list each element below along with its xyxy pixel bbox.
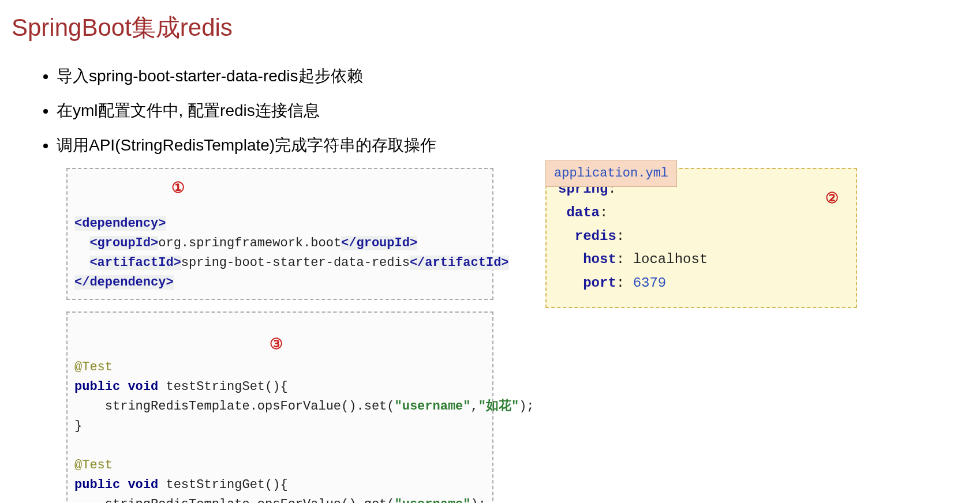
left-column: ① <dependency> <groupId>org.springframew… [66,168,493,503]
yml-line: redis: [558,225,844,249]
yml-value: 6379 [633,275,667,291]
method-name: testStringGet(){ [166,478,287,492]
dependency-code-box: ① <dependency> <groupId>org.springframew… [66,168,493,300]
yml-line: port: 6379 [558,272,844,295]
yml-filename-tab: application.yml [545,160,677,187]
code-line: stringRedisTemplate.opsForValue().get( [74,497,395,503]
string-literal: "如花" [478,399,519,414]
brace: } [74,419,82,433]
bullet-item: 在yml配置文件中, 配置redis连接信息 [57,99,968,123]
yml-colon: : [616,228,624,244]
bullet-item: 调用API(StringRedisTemplate)完成字符串的存取操作 [57,133,968,157]
test-code-box: ③ @Test public void testStringSet(){ str… [66,311,493,503]
bullet-list: 导入spring-boot-starter-data-redis起步依赖 在ym… [57,64,968,157]
content-row: ① <dependency> <groupId>org.springframew… [66,168,968,503]
circled-two-icon: ② [825,186,839,212]
code-suffix: ); [519,399,534,414]
xml-text: org.springframework.boot [158,236,341,250]
keyword: void [128,380,158,394]
xml-tag: </groupId> [341,236,417,250]
circled-one-icon: ① [171,177,185,200]
yml-config-box: ② application.yml spring: data: redis: h… [545,168,857,308]
yml-key: port [583,275,616,291]
keyword: public [74,478,120,492]
yml-colon: : [616,275,633,291]
annotation: @Test [74,458,113,472]
xml-tag: </dependency> [74,275,174,290]
code-suffix: ); [471,497,486,503]
xml-tag: </artifactId> [410,256,509,270]
yml-line: data: [558,201,844,225]
page-title: SpringBoot集成redis [12,12,968,44]
circled-three-icon: ③ [270,333,283,356]
yml-value: localhost [633,252,708,267]
yml-key: data [566,205,600,220]
string-literal: "username" [395,399,471,414]
comma: , [471,399,478,414]
xml-tag: <groupId> [89,236,158,250]
xml-text: spring-boot-starter-data-redis [181,256,410,270]
method-name: testStringSet(){ [166,380,287,394]
yml-colon: : [600,205,608,220]
xml-tag: <dependency> [74,216,166,231]
xml-tag: <artifactId> [89,256,181,270]
string-literal: "username" [395,497,471,503]
yml-line: host: localhost [558,248,844,272]
yml-colon: : [616,252,633,267]
keyword: public [74,380,120,394]
code-line: stringRedisTemplate.opsForValue().set( [74,399,395,414]
yml-key: host [583,252,616,267]
yml-key: redis [575,228,616,244]
annotation: @Test [74,360,113,374]
bullet-item: 导入spring-boot-starter-data-redis起步依赖 [57,64,968,88]
keyword: void [128,478,158,492]
